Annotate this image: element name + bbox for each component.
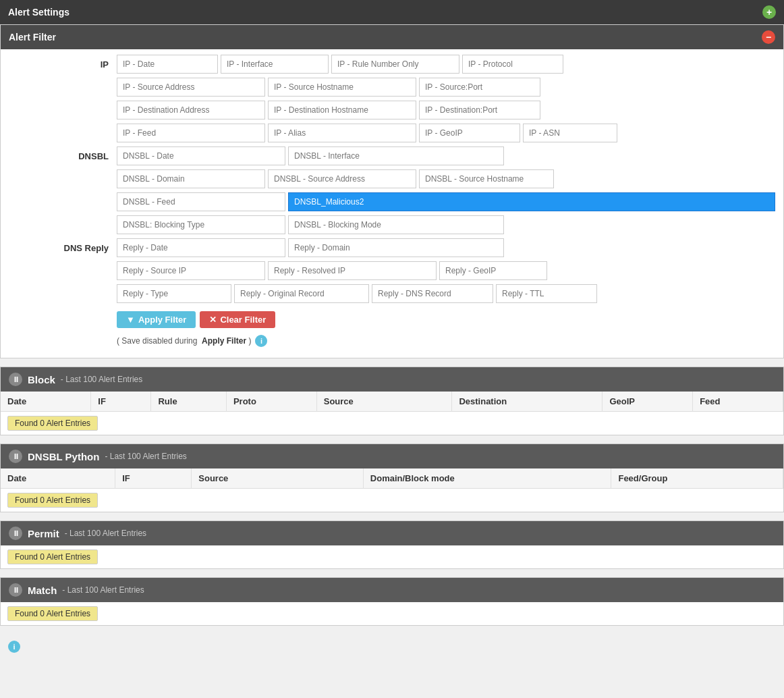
- ip-alias-input[interactable]: [268, 124, 416, 142]
- block-col-geoip: GeoIP: [603, 392, 693, 412]
- dnsbl-inputs-row3: DNSBL_Malicious2: [117, 192, 775, 211]
- dnsbl-source-address-input[interactable]: [268, 169, 416, 188]
- dns-reply-inputs-row2: [117, 261, 775, 280]
- dns-reply-row1: DNS Reply: [9, 238, 775, 257]
- ip-asn-input[interactable]: [523, 124, 617, 142]
- filter-icon: ▼: [126, 315, 135, 325]
- match-section-header: ⏸ Match - Last 100 Alert Entries: [1, 578, 783, 602]
- filter-btn-row: ▼ Apply Filter ✕ Clear Filter: [9, 307, 775, 332]
- dns-reply-inputs-row1: [117, 238, 775, 257]
- ip-row3: [9, 101, 775, 119]
- permit-section: ⏸ Permit - Last 100 Alert Entries Found …: [0, 520, 784, 569]
- dns-reply-label: DNS Reply: [9, 243, 117, 253]
- ip-source-address-input[interactable]: [117, 78, 265, 97]
- dnsbl-label: DNSBL: [9, 151, 117, 161]
- block-section-title: Block: [28, 374, 55, 385]
- block-col-proto: Proto: [226, 392, 316, 412]
- dnsbl-inputs-row1: [117, 146, 775, 165]
- reply-resolved-ip-input[interactable]: [268, 261, 437, 280]
- dnsbl-pause-icon[interactable]: ⏸: [9, 450, 22, 463]
- save-note-info-icon[interactable]: i: [255, 335, 267, 347]
- bottom-info-icon[interactable]: i: [8, 641, 20, 653]
- ip-source-port-input[interactable]: [419, 78, 540, 97]
- ip-label: IP: [9, 59, 117, 70]
- save-note: ( Save disabled during Apply Filter ) i: [9, 332, 775, 352]
- save-note-strong: Apply Filter: [202, 336, 246, 346]
- ip-interface-input[interactable]: [221, 55, 329, 74]
- ip-feed-input[interactable]: [117, 124, 265, 142]
- dnsbl-blocking-type-input[interactable]: [117, 215, 285, 234]
- reply-source-ip-input[interactable]: [117, 261, 265, 280]
- ip-inputs-row4: [117, 124, 775, 142]
- dnsbl-domain-input[interactable]: [117, 169, 265, 188]
- dnsbl-row3: DNSBL_Malicious2: [9, 192, 775, 211]
- ip-inputs-row3: [117, 101, 775, 119]
- dnsbl-col-if: IF: [115, 468, 192, 489]
- reply-dns-record-input[interactable]: [372, 284, 493, 303]
- clear-filter-label: Clear Filter: [220, 315, 266, 325]
- reply-date-input[interactable]: [117, 238, 285, 257]
- block-col-rule: Rule: [151, 392, 226, 412]
- block-table-header-row: Date IF Rule Proto Source Destination Ge…: [1, 392, 783, 412]
- match-pause-icon[interactable]: ⏸: [9, 583, 22, 597]
- dnsbl-date-input[interactable]: [117, 146, 285, 165]
- dnsbl-blocking-mode-input[interactable]: [288, 215, 504, 234]
- bottom-info: i: [0, 634, 784, 660]
- block-found-badge: Found 0 Alert Entries: [7, 416, 98, 431]
- block-section: ⏸ Block - Last 100 Alert Entries Date IF…: [0, 367, 784, 435]
- ip-rule-number-input[interactable]: [331, 55, 459, 74]
- match-section-title: Match: [28, 585, 57, 596]
- ip-dest-port-input[interactable]: [419, 101, 540, 119]
- permit-pause-icon[interactable]: ⏸: [9, 527, 22, 540]
- reply-type-input[interactable]: [117, 284, 231, 303]
- dnsbl-row2: [9, 169, 775, 188]
- block-section-header: ⏸ Block - Last 100 Alert Entries: [1, 367, 783, 392]
- block-col-dest: Destination: [452, 392, 603, 412]
- ip-inputs-row1: [117, 55, 775, 74]
- ip-date-input[interactable]: [117, 55, 218, 74]
- block-section-subtitle: - Last 100 Alert Entries: [61, 375, 142, 384]
- reply-ttl-input[interactable]: [496, 284, 597, 303]
- dnsbl-section-subtitle: - Last 100 Alert Entries: [105, 452, 186, 461]
- match-found-badge: Found 0 Alert Entries: [7, 606, 98, 621]
- permit-found-badge: Found 0 Alert Entries: [7, 549, 98, 564]
- alert-settings-header: Alert Settings +: [0, 0, 784, 24]
- block-pause-icon[interactable]: ⏸: [9, 373, 22, 386]
- dnsbl-col-domain: Domain/Block mode: [363, 468, 611, 489]
- save-note-text: ( Save disabled during Apply Filter ): [117, 336, 251, 346]
- dnsbl-malicious-input[interactable]: DNSBL_Malicious2: [288, 192, 775, 211]
- alert-filter-minus-icon[interactable]: −: [762, 30, 775, 44]
- match-section: ⏸ Match - Last 100 Alert Entries Found 0…: [0, 577, 784, 626]
- block-col-date: Date: [1, 392, 91, 412]
- apply-filter-label: Apply Filter: [138, 315, 187, 325]
- alert-filter-title: Alert Filter: [9, 32, 56, 43]
- dnsbl-section-header: ⏸ DNSBL Python - Last 100 Alert Entries: [1, 444, 783, 468]
- ip-geoip-input[interactable]: [419, 124, 520, 142]
- clear-filter-button[interactable]: ✕ Clear Filter: [200, 311, 275, 328]
- reply-geoip-input[interactable]: [439, 261, 547, 280]
- alert-settings-plus-icon[interactable]: +: [762, 5, 776, 19]
- dnsbl-feed-input[interactable]: [117, 192, 285, 211]
- ip-dest-hostname-input[interactable]: [268, 101, 416, 119]
- dnsbl-section-title: DNSBL Python: [28, 451, 99, 462]
- block-col-feed: Feed: [693, 392, 783, 412]
- dnsbl-source-hostname-input[interactable]: [419, 169, 554, 188]
- dnsbl-section: ⏸ DNSBL Python - Last 100 Alert Entries …: [0, 444, 784, 512]
- dnsbl-col-source: Source: [192, 468, 364, 489]
- ip-protocol-input[interactable]: [462, 55, 563, 74]
- dnsbl-table: Date IF Source Domain/Block mode Feed/Gr…: [1, 468, 783, 489]
- ip-row1: IP: [9, 55, 775, 74]
- dnsbl-inputs-row2: [117, 169, 775, 188]
- dnsbl-found-badge: Found 0 Alert Entries: [7, 493, 98, 508]
- dnsbl-row4: [9, 215, 775, 234]
- ip-source-hostname-input[interactable]: [268, 78, 416, 97]
- block-col-source: Source: [316, 392, 452, 412]
- reply-domain-input[interactable]: [288, 238, 504, 257]
- dnsbl-col-feedgroup: Feed/Group: [611, 468, 783, 489]
- reply-original-record-input[interactable]: [234, 284, 369, 303]
- dnsbl-interface-input[interactable]: [288, 146, 504, 165]
- ip-dest-address-input[interactable]: [117, 101, 265, 119]
- block-table: Date IF Rule Proto Source Destination Ge…: [1, 392, 783, 412]
- dnsbl-inputs-row4: [117, 215, 775, 234]
- apply-filter-button[interactable]: ▼ Apply Filter: [117, 311, 196, 328]
